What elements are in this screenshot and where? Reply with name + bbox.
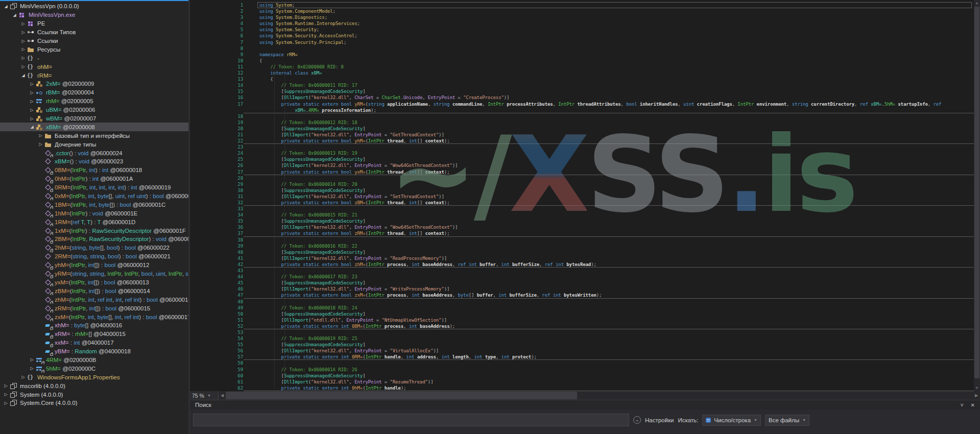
code-line[interactable]: 20 [SuppressUnmanagedCodeSecurity] xyxy=(190,126,974,132)
code-line[interactable]: 30 [SuppressUnmanagedCodeSecurity] xyxy=(190,187,974,194)
tree-item[interactable]: ▷mscorlib (4.0.0.0) xyxy=(0,381,188,390)
tree-item[interactable]: 2hM=(string, byte[], bool) : bool @06000… xyxy=(0,244,188,252)
tree-item[interactable]: zxM=(IntPtr, int, byte[], int, ref int) … xyxy=(0,312,188,321)
expander-icon[interactable]: ◢ xyxy=(2,4,10,9)
code-line[interactable]: 37 private static extern bool zRM=(IntPt… xyxy=(190,230,974,236)
scroll-right-arrow-icon[interactable]: ▶ xyxy=(973,391,980,400)
tree-item[interactable]: 0hM=(IntPtr) : int @0600001A xyxy=(0,175,188,183)
code-line[interactable]: 45 [SuppressUnmanagedCodeSecurity] xyxy=(190,280,974,286)
tree-item[interactable]: 0BM=(IntPtr, int) : int @06000018 xyxy=(0,166,188,175)
code-line[interactable]: 34 // Token: 0x06000015 RID: 21 xyxy=(190,212,974,218)
expander-icon[interactable]: ▷ xyxy=(37,133,44,138)
close-icon[interactable]: ✕ xyxy=(971,402,975,408)
expander-icon[interactable]: ▷ xyxy=(19,30,27,35)
chevron-down-icon[interactable]: ˅ xyxy=(961,402,964,408)
code-line[interactable]: 22 private static extern bool yhM=(IntPt… xyxy=(190,138,974,144)
expander-icon[interactable]: ◢ xyxy=(28,125,36,129)
expander-icon[interactable]: ▷ xyxy=(28,366,36,371)
code-line[interactable]: 8 xyxy=(190,45,974,52)
code-line[interactable]: 49 // Token: 0x06000018 RID: 24 xyxy=(190,305,974,311)
code-line[interactable]: 54 // Token: 0x06000019 RID: 25 xyxy=(190,335,974,342)
code-line[interactable]: 36 [DllImport("kernel32.dll", EntryPoint… xyxy=(190,224,974,230)
tree-item[interactable]: ▷5hM= @0200000C xyxy=(0,364,188,373)
code-line[interactable]: 5using System.Security; xyxy=(190,27,974,33)
tree-item[interactable]: 1RM=(ref T, T) : T @0600001D xyxy=(0,218,188,226)
tree-item[interactable]: yxM=(IntPtr, int[]) : bool @06000013 xyxy=(0,278,188,287)
code-line[interactable]: 33 xyxy=(190,206,974,212)
tree-item[interactable]: ▷rBM= @02000004 xyxy=(0,88,188,97)
tree-item[interactable]: ▷4RM= @0200000B xyxy=(0,356,188,365)
tree-item[interactable]: 1hM=(IntPtr) : void @0600001E xyxy=(0,209,188,218)
tree-item[interactable]: 0RM=(IntPtr, int, int, int, int) : int @… xyxy=(0,183,188,192)
tree-item[interactable]: xxM= : int @04000017 xyxy=(0,339,188,347)
code-line[interactable]: 43 xyxy=(190,268,974,274)
expander-icon[interactable]: ▷ xyxy=(19,39,27,43)
code-line[interactable]: 12 internal class xBM= xyxy=(190,70,974,76)
code-line[interactable]: 29 // Token: 0x06000014 RID: 20 xyxy=(190,181,974,187)
vertical-scrollbar-thumb[interactable] xyxy=(974,7,979,378)
tree-item[interactable]: ▷Ссылки Типов xyxy=(0,28,188,37)
tree-item[interactable]: zhM=(IntPtr, int, ref int, int, ref int)… xyxy=(0,295,188,304)
code-line[interactable]: 60 [SuppressUnmanagedCodeSecurity] xyxy=(190,373,974,379)
code-line[interactable]: 18 xyxy=(190,113,974,119)
code-line[interactable]: 44 // Token: 0x06000017 RID: 23 xyxy=(190,274,974,280)
expander-icon[interactable]: ▷ xyxy=(28,108,36,112)
code-line[interactable]: 38 xyxy=(190,237,974,243)
code-line[interactable]: 23 xyxy=(190,144,974,150)
code-line[interactable]: 27 private static extern bool yxM=(IntPt… xyxy=(190,169,974,175)
tree-item[interactable]: ▷Дочерние типы xyxy=(0,140,188,149)
code-line[interactable]: 56 [DllImport("kernel32.dll", EntryPoint… xyxy=(190,348,974,354)
tree-item[interactable]: yRM=(string, string, IntPtr, IntPtr, boo… xyxy=(0,270,188,278)
expander-icon[interactable]: ▷ xyxy=(19,56,27,60)
code-line[interactable]: 15 [SuppressUnmanagedCodeSecurity] xyxy=(190,88,974,94)
code-line[interactable]: 57 private static extern int 0RM=(IntPtr… xyxy=(190,354,974,360)
tree-item[interactable]: .cctor() : void @06000024 xyxy=(0,149,188,157)
tree-item[interactable]: ▷System.Core (4.0.0.0) xyxy=(0,399,188,407)
tree-item[interactable]: ▷System (4.0.0.0) xyxy=(0,390,188,399)
code-line[interactable]: 39 // Token: 0x06000016 RID: 22 xyxy=(190,243,974,249)
scroll-left-arrow-icon[interactable]: ◀ xyxy=(219,391,226,400)
tree-item[interactable]: ◢MiniVlessVpn (0.0.0.0) xyxy=(0,2,188,11)
tree-item[interactable]: ▷- xyxy=(0,54,188,62)
code-line[interactable]: 1using System; xyxy=(190,2,974,8)
code-line[interactable]: 62 private static extern int 0hM=(IntPtr… xyxy=(190,385,974,391)
code-line[interactable]: 14 // Token: 0x06000011 RID: 17 xyxy=(190,82,974,88)
tree-item[interactable]: yhM=(IntPtr, int[]) : bool @06000012 xyxy=(0,261,188,270)
tree-item[interactable]: ▷Базовый тип и интерфейсы xyxy=(0,131,188,140)
code-line[interactable]: 52 private static extern int 0BM=(IntPtr… xyxy=(190,323,974,329)
code-line[interactable]: 46 [DllImport("kernel32.dll", EntryPoint… xyxy=(190,286,974,292)
tree-item[interactable]: xhM= : byte[] @04000016 xyxy=(0,321,188,330)
tree-item[interactable]: ▷2xM= @02000009 xyxy=(0,80,188,88)
tree-item[interactable]: ▷Ресурсы xyxy=(0,45,188,54)
expander-icon[interactable]: ▷ xyxy=(2,383,10,388)
vertical-scrollbar[interactable]: ▲ ▼ xyxy=(974,0,980,391)
expander-icon[interactable]: ▷ xyxy=(28,357,36,362)
tree-item[interactable]: 2RM=(string, string, bool) : bool @06000… xyxy=(0,252,188,261)
tree-item[interactable]: ◢xBM= @02000008 xyxy=(0,123,188,131)
code-line[interactable]: 21 [DllImport("kernel32.dll", EntryPoint… xyxy=(190,132,974,138)
code-line[interactable]: 42 private static extern bool zhM=(IntPt… xyxy=(190,261,974,268)
code-line[interactable]: 48 xyxy=(190,299,974,305)
tree-item[interactable]: ▷wBM= @02000007 xyxy=(0,114,188,123)
horizontal-scrollbar-thumb[interactable] xyxy=(226,392,577,399)
code-line[interactable]: 32 private static extern bool zBM=(IntPt… xyxy=(190,200,974,206)
code-line[interactable]: 28 xyxy=(190,175,974,181)
expander-icon[interactable]: ▷ xyxy=(2,392,10,397)
code-line[interactable]: xBM=.4RM= processInformation); xyxy=(190,107,974,113)
tree-item[interactable]: ▷WindowsFormsApp1.Properties xyxy=(0,373,188,381)
code-line[interactable]: 50 [SuppressUnmanagedCodeSecurity] xyxy=(190,311,974,317)
code-line[interactable]: 53 xyxy=(190,329,974,335)
search-mode-combo[interactable]: Число/строка ▼ xyxy=(702,415,761,426)
code-line[interactable]: 3using System.Diagnostics; xyxy=(190,14,974,20)
expander-icon[interactable]: ▷ xyxy=(19,21,27,26)
code-line[interactable]: 2using System.ComponentModel; xyxy=(190,8,974,14)
search-input[interactable] xyxy=(193,414,629,426)
code-line[interactable]: 41 [DllImport("kernel32.dll", EntryPoint… xyxy=(190,255,974,261)
code-line[interactable]: 26 [DllImport("kernel32.dll", EntryPoint… xyxy=(190,162,974,168)
tree-item[interactable]: 1xM=(IntPtr) : RawSecurityDescriptor @06… xyxy=(0,226,188,235)
tree-item[interactable]: ◢MiniVlessVpn.exe xyxy=(0,11,188,19)
tree-item[interactable]: yBM= : Random @04000018 xyxy=(0,347,188,356)
code-line[interactable]: 4using System.Runtime.InteropServices; xyxy=(190,20,974,27)
settings-label[interactable]: Настройки xyxy=(645,417,674,423)
zoom-level-combo[interactable]: 75 % ▼ xyxy=(190,391,219,400)
